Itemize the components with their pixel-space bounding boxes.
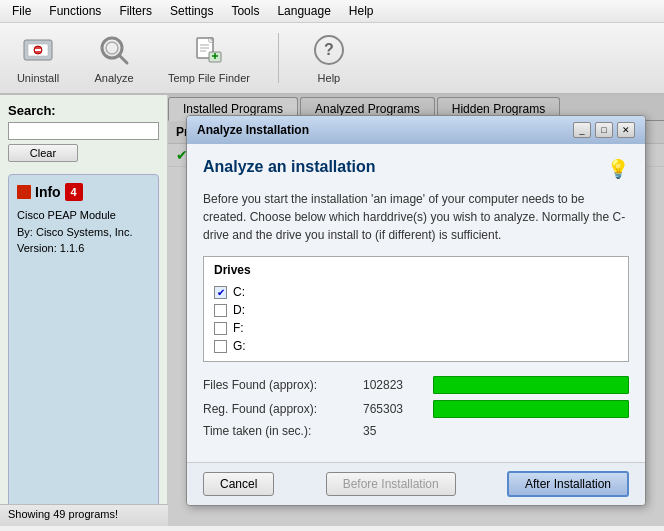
drive-d-checkbox[interactable]	[214, 304, 227, 317]
dialog-description: Before you start the installation 'an im…	[203, 190, 629, 244]
drive-g-label: G:	[233, 339, 246, 353]
drive-c-label: C:	[233, 285, 245, 299]
dialog-heading: Analyze an installation 💡	[203, 158, 629, 180]
drive-item-d: D:	[214, 301, 618, 319]
stats-section: Files Found (approx): 102823 Reg. Found …	[203, 376, 629, 438]
help-label: Help	[318, 72, 341, 84]
stat-reg-label: Reg. Found (approx):	[203, 402, 363, 416]
drives-box: Drives ✔ C: D: F:	[203, 256, 629, 362]
main-area: Search: Clear Info 4 Cisco PEAP Module B…	[0, 95, 664, 526]
stat-reg: Reg. Found (approx): 765303	[203, 400, 629, 418]
drive-item-g: G:	[214, 337, 618, 355]
stat-reg-value: 765303	[363, 402, 433, 416]
clear-button[interactable]: Clear	[8, 144, 78, 162]
help-icon: ?	[311, 32, 347, 68]
menu-filters[interactable]: Filters	[111, 2, 160, 20]
analyze-icon	[96, 32, 132, 68]
svg-point-6	[106, 42, 118, 54]
drive-c-checkbox[interactable]: ✔	[214, 286, 227, 299]
menu-settings[interactable]: Settings	[162, 2, 221, 20]
content-area: Installed Programs Analyzed Programs Hid…	[168, 95, 664, 526]
bulb-icon: 💡	[607, 158, 629, 180]
drive-c-check-icon: ✔	[217, 287, 225, 298]
stat-reg-bar	[433, 400, 629, 418]
drive-d-label: D:	[233, 303, 245, 317]
menu-language[interactable]: Language	[269, 2, 338, 20]
tempfile-label: Temp File Finder	[168, 72, 250, 84]
info-box: Info 4 Cisco PEAP Module By: Cisco Syste…	[8, 174, 159, 518]
stat-time-label: Time taken (in sec.):	[203, 424, 363, 438]
drive-item-c: ✔ C:	[214, 283, 618, 301]
menu-file[interactable]: File	[4, 2, 39, 20]
dialog-title: Analyze Installation	[197, 123, 309, 137]
drive-f-label: F:	[233, 321, 244, 335]
after-installation-button[interactable]: After Installation	[507, 471, 629, 497]
menu-functions[interactable]: Functions	[41, 2, 109, 20]
tempfile-button[interactable]: Temp File Finder	[160, 28, 258, 88]
dialog-footer: Cancel Before Installation After Install…	[187, 462, 645, 505]
help-button[interactable]: ? Help	[299, 28, 359, 88]
status-bar: Showing 49 programs!	[0, 504, 168, 526]
stat-time-value: 35	[363, 424, 433, 438]
stat-time: Time taken (in sec.): 35	[203, 424, 629, 438]
uninstall-label: Uninstall	[17, 72, 59, 84]
uninstall-button[interactable]: Uninstall	[8, 28, 68, 88]
dialog-minimize-button[interactable]: _	[573, 122, 591, 138]
dialog-body: Analyze an installation 💡 Before you sta…	[187, 144, 645, 462]
svg-text:?: ?	[324, 41, 334, 58]
uninstall-icon	[20, 32, 56, 68]
stat-files-bar	[433, 376, 629, 394]
drives-label: Drives	[214, 263, 618, 277]
sidebar: Search: Clear Info 4 Cisco PEAP Module B…	[0, 95, 168, 526]
dialog-maximize-button[interactable]: □	[595, 122, 613, 138]
search-input[interactable]	[8, 122, 159, 140]
tempfile-icon	[191, 32, 227, 68]
stat-files: Files Found (approx): 102823	[203, 376, 629, 394]
toolbar-separator	[278, 33, 279, 83]
menu-tools[interactable]: Tools	[223, 2, 267, 20]
info-title: Info 4	[17, 183, 150, 201]
dialog-titlebar: Analyze Installation _ □ ✕	[187, 116, 645, 144]
before-installation-button[interactable]: Before Installation	[326, 472, 456, 496]
dialog-close-button[interactable]: ✕	[617, 122, 635, 138]
analyze-dialog: Analyze Installation _ □ ✕ Analyze an in…	[186, 115, 646, 506]
info-badge: 4	[65, 183, 83, 201]
svg-line-5	[119, 55, 127, 63]
info-text: Cisco PEAP Module By: Cisco Systems, Inc…	[17, 207, 150, 257]
dialog-controls: _ □ ✕	[573, 122, 635, 138]
search-label: Search:	[8, 103, 159, 118]
menubar: File Functions Filters Settings Tools La…	[0, 0, 664, 23]
dialog-overlay: Analyze Installation _ □ ✕ Analyze an in…	[168, 95, 664, 526]
drive-g-checkbox[interactable]	[214, 340, 227, 353]
stat-files-label: Files Found (approx):	[203, 378, 363, 392]
toolbar: Uninstall Analyze Temp F	[0, 23, 664, 95]
menu-help[interactable]: Help	[341, 2, 382, 20]
drive-f-checkbox[interactable]	[214, 322, 227, 335]
info-icon	[17, 185, 31, 199]
analyze-label: Analyze	[94, 72, 133, 84]
stat-files-value: 102823	[363, 378, 433, 392]
cancel-button[interactable]: Cancel	[203, 472, 274, 496]
drive-item-f: F:	[214, 319, 618, 337]
analyze-button[interactable]: Analyze	[84, 28, 144, 88]
